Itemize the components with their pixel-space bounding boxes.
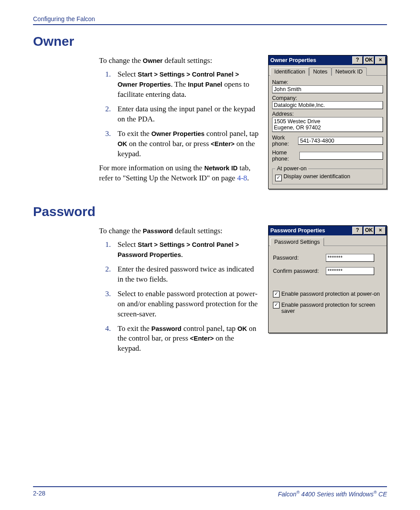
display-owner-label: Display owner identification (284, 173, 350, 180)
enable-screensaver-checkbox[interactable]: ✓ (273, 302, 280, 308)
product-name: Falcon® 4400 Series with Windows® CE (278, 490, 387, 498)
owner-window-title: Owner Properties (270, 57, 352, 63)
power-on-legend: At power-on (275, 165, 308, 172)
password-tabs: Password Settings (269, 235, 387, 246)
power-on-fieldset: At power-on ✓Display owner identificatio… (272, 165, 383, 184)
enable-poweron-label: Enable password protection at power-on (281, 291, 382, 297)
confirm-password-input[interactable]: ******* (326, 267, 374, 275)
step-item: Enter data using the input panel or the … (99, 104, 259, 125)
display-owner-checkbox[interactable]: ✓ (275, 175, 282, 181)
password-intro: To change the Password default settings: (99, 226, 259, 236)
password-steps-list: Select Start > Settings > Control Panel … (99, 240, 259, 354)
help-button[interactable]: ? (352, 227, 363, 235)
work-phone-label: Work phone: (272, 135, 295, 147)
step-item: To exit the Password control panel, tap … (99, 324, 259, 354)
step-item: Select Start > Settings > Control Panel … (99, 240, 259, 260)
password-text-column: To change the Password default settings:… (99, 224, 259, 358)
ok-button[interactable]: OK (364, 227, 374, 235)
owner-text-column: To change the Owner default settings: Se… (99, 54, 259, 187)
owner-tabs: Identification Notes Network ID (269, 65, 387, 76)
tab-password-settings[interactable]: Password Settings (270, 238, 324, 246)
step-item: To exit the Owner Properties control pan… (99, 129, 259, 159)
name-label: Name: (272, 79, 383, 85)
page-link-4-8[interactable]: 4-8 (237, 174, 247, 182)
password-input[interactable]: ******* (326, 254, 374, 262)
tab-network-id[interactable]: Network ID (332, 67, 367, 76)
confirm-password-label: Confirm password: (273, 268, 326, 274)
company-input[interactable]: Datalogic Mobile,Inc. (272, 101, 383, 109)
close-button[interactable]: × (375, 227, 386, 235)
password-window-title: Password Properties (270, 227, 352, 234)
password-properties-window: Password Properties ? OK × Password Sett… (268, 225, 387, 333)
home-phone-label: Home phone: (272, 150, 297, 162)
page-footer: 2-28 Falcon® 4400 Series with Windows® C… (33, 486, 387, 498)
owner-titlebar: Owner Properties ? OK × (269, 55, 387, 65)
step-item: Select Start > Settings > Control Panel … (99, 70, 259, 100)
owner-properties-window: Owner Properties ? OK × Identification N… (268, 55, 387, 189)
page-number: 2-28 (33, 490, 45, 498)
ok-button[interactable]: OK (364, 56, 374, 64)
enable-poweron-checkbox[interactable]: ✓ (273, 291, 280, 297)
heading-owner: Owner (33, 34, 387, 49)
work-phone-input[interactable]: 541-743-4800 (298, 137, 383, 145)
step-item: Select to enable password protection at … (99, 289, 259, 319)
help-button[interactable]: ? (352, 56, 363, 64)
tab-identification[interactable]: Identification (270, 67, 309, 76)
owner-after: For more information on using the Networ… (99, 163, 259, 183)
page-header: Configuring the Falcon (33, 15, 387, 25)
tab-notes[interactable]: Notes (309, 67, 332, 76)
password-label: Password: (273, 255, 326, 261)
name-input[interactable]: John Smith (272, 85, 383, 93)
owner-intro: To change the Owner default settings: (99, 56, 259, 66)
address-label: Address: (272, 111, 383, 117)
company-label: Company: (272, 95, 383, 101)
password-titlebar: Password Properties ? OK × (269, 226, 387, 235)
step-item: Enter the desired password twice as indi… (99, 264, 259, 285)
close-button[interactable]: × (375, 56, 386, 64)
address-input[interactable]: 1505 Westec Drive Eugene, OR 97402 (272, 117, 383, 132)
heading-password: Password (33, 204, 387, 219)
owner-steps-list: Select Start > Settings > Control Panel … (99, 70, 259, 159)
home-phone-input[interactable] (299, 152, 383, 160)
enable-screensaver-label: Enable password protection for screen sa… (281, 302, 382, 314)
